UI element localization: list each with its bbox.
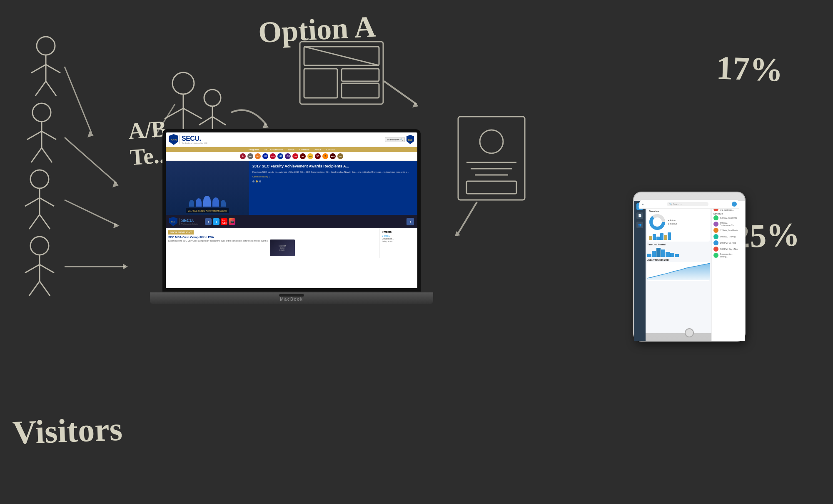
spotlight-text: Experience the SEC MBA Case Competition … (168, 240, 268, 242)
hero-body: Fourteen SEC faculty m... winners of the… (252, 171, 414, 174)
award-overlay-text: 2017 SEC Faculty Achievement Awards (188, 210, 227, 212)
activity-text-4: 8:24 AM, Mad Amin (720, 229, 738, 232)
carousel-dot-3[interactable] (259, 180, 261, 182)
search-placeholder: Search News (387, 138, 399, 141)
site-footer-bar: SEC SECU. The Academic Initiative f t (166, 215, 417, 228)
tweets-header: Tweets (382, 230, 415, 233)
svg-point-70 (654, 219, 660, 225)
laptop-device: SEC SECU. The Academic Initiative of the… (150, 129, 433, 321)
school-logo-lsu: LSU (285, 153, 291, 159)
school-logo-olemiss: OM (292, 153, 298, 159)
school-logo-south-carolina: SC (315, 153, 321, 159)
site-hero: 2017 SEC Faculty Achievement Awards 2017… (166, 161, 417, 215)
spotlight-label: SECU SPOTLIGHT (168, 230, 194, 235)
nav-universities[interactable]: SEC Universities (264, 148, 283, 151)
svg-text:SEC: SEC (408, 139, 413, 141)
site-logo: SEC SECU. The Academic Initiative of the… (169, 134, 207, 145)
svg-text:SEC: SEC (171, 220, 176, 223)
avatar-3 (713, 222, 718, 227)
tablet-main-area: + Create Job Overview (646, 201, 739, 333)
spotlight-title: SEC MBA Case Competition PSA (168, 236, 377, 239)
school-logo-texas-am: A&M (330, 153, 336, 159)
spotlight-image: SEC MBACASECOMP... (270, 240, 295, 256)
sidebar-team-icon[interactable]: 👥 (639, 222, 643, 228)
activity-item-4: 8:24 AM, Mad Amin (713, 228, 739, 233)
site-nav: Programs SEC Universities News Calendar … (166, 147, 417, 152)
website-content: SEC SECU. The Academic Initiative of the… (166, 132, 417, 288)
school-logo-auburn: AU (255, 153, 261, 159)
tablet-outer: ≡ 🔍 Search... ⊞ 📄 👥 + Create J (633, 192, 746, 342)
avatar-4 (713, 228, 718, 233)
school-logos-row: A AR AU UF UGA UK LSU OM MS MU SC T A&M … (166, 152, 417, 161)
carousel-dot-2[interactable] (256, 180, 258, 182)
tablet-search[interactable]: 🔍 Search... (667, 202, 708, 206)
option-a-label: Option A (257, 10, 377, 50)
secu-logo: SECU. (182, 135, 207, 142)
time-job-bar-chart (647, 247, 710, 257)
tablet-user-avatar (732, 202, 737, 207)
laptop-notch (279, 294, 304, 297)
laptop-base: MacBook (150, 292, 433, 304)
nav-news[interactable]: News (288, 148, 294, 151)
activity-text-3: 8:06 AM,Conference Cal... (720, 222, 736, 227)
avatar-8 (713, 253, 718, 258)
spotlight-section: SECU SPOTLIGHT SEC MBA Case Competition … (166, 228, 380, 258)
activity-text-6: 1:00 PM, Ca Paul (720, 242, 736, 244)
tablet-app-header: ≡ 🔍 Search... (639, 200, 739, 209)
tablet-app-title: ≡ (642, 203, 643, 206)
sidebar-documents-icon[interactable]: 📄 (639, 212, 643, 219)
mini-bar-chart (649, 232, 708, 240)
instagram-icon[interactable]: 📷 (229, 218, 235, 225)
school-logo-tennessee: T (322, 153, 328, 159)
nav-programs[interactable]: Programs (249, 148, 259, 151)
youtube-icon[interactable]: YouTube (221, 218, 227, 225)
avatar-6 (713, 240, 718, 245)
school-logo-florida: UF (262, 153, 268, 159)
hero-read-more[interactable]: Continue reading » (252, 175, 414, 178)
tablet-app: ≡ 🔍 Search... ⊞ 📄 👥 + Create J (639, 200, 739, 333)
laptop-body: SEC SECU. The Academic Initiative of the… (150, 129, 433, 304)
chart-legend-2: ■ Inactive (668, 222, 677, 225)
tablet-screen: ≡ 🔍 Search... ⊞ 📄 👥 + Create J (639, 200, 739, 333)
tweets-section: Tweets ● @SEC Congratulati...being name.… (380, 228, 417, 258)
activity-item-6: 1:00 PM, Ca Paul (713, 240, 739, 245)
activity-text-7: 3:08 PM, Right Now (720, 248, 738, 250)
activity-item-8: Someone is...looking... (713, 253, 739, 258)
laptop-screen-inner: SEC SECU. The Academic Initiative of the… (166, 132, 417, 288)
nav-calendar[interactable]: Calendar (299, 148, 309, 151)
twitter-icon[interactable]: t (213, 218, 219, 225)
tablet-device: ≡ 🔍 Search... ⊞ 📄 👥 + Create J (633, 192, 746, 342)
avatar-5 (713, 234, 718, 239)
school-logo-kentucky: UK (277, 153, 283, 159)
nav-about[interactable]: About (314, 148, 321, 151)
tablet-home-button[interactable] (685, 328, 694, 337)
activity-item-3: 8:06 AM,Conference Cal... (713, 222, 739, 227)
hero-dots (252, 180, 414, 182)
svg-text:SEC: SEC (171, 139, 177, 142)
chart-label: Overview (649, 210, 708, 212)
bottom-content: SECU SPOTLIGHT SEC MBA Case Competition … (166, 228, 417, 258)
tablet-content: + Create Job Overview (646, 201, 711, 333)
donut-chart-svg (649, 214, 666, 230)
time-job-posted-label: Time Job Posted (647, 243, 710, 246)
school-logo-georgia: UGA (270, 153, 276, 159)
jobs-ytd-chart (647, 262, 710, 281)
tablet-right-panel: Latest Activity Someone is lookingor a b… (711, 201, 739, 333)
carousel-dot-1[interactable] (252, 180, 254, 182)
chart-legend-1: ■ Active (668, 219, 677, 222)
sec-twitter-handle: ● @SEC (382, 235, 415, 237)
school-logo-alabama: A (240, 153, 246, 159)
activity-item-7: 3:08 PM, Right Now (713, 247, 739, 252)
search-icon: 🔍 (400, 138, 403, 141)
hero-content: 2017 SEC Faculty Achievement Awards Reci… (249, 161, 417, 215)
facebook-follow-button[interactable]: f (407, 218, 414, 225)
school-logo-mississippi-st: MS (300, 153, 306, 159)
activity-item-5: 8:08 AM, Ty Ping (713, 234, 739, 239)
activity-text-2: 8:34 AM, Mad Ping (720, 217, 737, 219)
facebook-icon[interactable]: f (205, 218, 212, 225)
site-header: SEC SECU. The Academic Initiative of the… (166, 132, 417, 147)
schedule-label: Schedule (713, 212, 739, 215)
tablet-sidebar: ⊞ 📄 👥 (639, 201, 646, 333)
school-logo-vanderbilt: VU (337, 153, 343, 159)
nav-contact[interactable]: Contact (326, 148, 335, 151)
